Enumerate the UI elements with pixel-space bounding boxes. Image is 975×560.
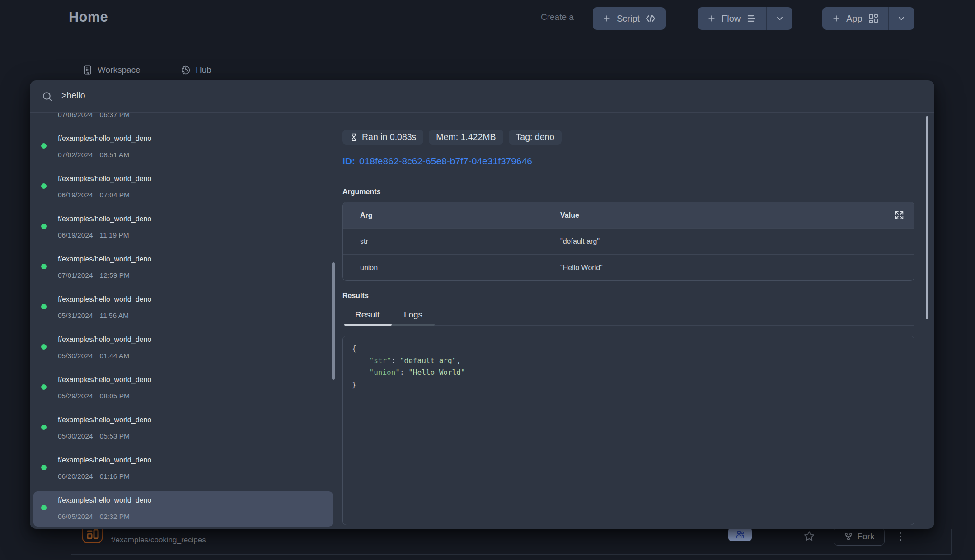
run-list-item[interactable]: f/examples/hello_world_deno05/29/202408:… [33, 371, 333, 411]
argument-row: str"default arg" [343, 228, 914, 254]
tab-workspace[interactable]: Workspace [83, 65, 141, 75]
plus-icon [707, 14, 716, 23]
run-id-value[interactable]: 018fe862-8c62-65e8-b7f7-04e31f379646 [359, 156, 532, 167]
background-table-row-border [71, 554, 951, 555]
create-script-button-main[interactable]: Script [593, 7, 666, 30]
page-title: Home [69, 9, 108, 25]
run-datetime: 05/30/202401:44 AM [58, 352, 129, 360]
success-dot-icon [41, 465, 47, 470]
details-scrollbar-thumb[interactable] [926, 116, 928, 319]
globe-icon [181, 65, 191, 75]
run-list-item[interactable]: f/examples/hello_world_deno07/02/202408:… [33, 130, 333, 170]
run-list-item[interactable]: f/examples/hello_world_deno06/19/202407:… [33, 170, 333, 210]
plus-icon [602, 14, 611, 23]
success-dot-icon [41, 264, 47, 269]
run-datetime: 05/29/202408:05 PM [58, 392, 130, 400]
tab-hub[interactable]: Hub [181, 65, 211, 75]
run-path: f/examples/hello_world_deno [58, 376, 151, 384]
command-palette-modal: >hello f/examples/hello_world_deno07/06/… [30, 80, 934, 529]
results-tabs: Result Logs [342, 310, 914, 331]
create-a-label: Create a [541, 12, 574, 22]
run-datetime: 07/01/202412:59 PM [58, 271, 130, 280]
run-datetime: 05/30/202405:53 PM [58, 432, 130, 440]
chevron-down-icon [775, 14, 784, 23]
run-list-item[interactable]: f/examples/hello_world_deno06/05/202402:… [33, 491, 333, 527]
tab-workspace-label: Workspace [98, 65, 141, 75]
run-list-item[interactable]: f/examples/hello_world_deno05/30/202401:… [33, 331, 333, 371]
background-table-right-border [951, 529, 952, 554]
memory-badge: Mem: 1.422MB [429, 130, 503, 145]
background-item-path[interactable]: f/examples/cooking_recipes [111, 536, 206, 545]
active-tab-underline [344, 324, 392, 326]
run-list-item[interactable]: f/examples/hello_world_deno05/30/202405:… [33, 411, 333, 451]
building-icon [83, 65, 93, 75]
run-path: f/examples/hello_world_deno [58, 496, 151, 504]
hourglass-icon [350, 133, 358, 141]
create-flow-dropdown-button[interactable] [766, 7, 792, 30]
run-datetime: 06/20/202401:16 PM [58, 472, 130, 481]
code-line: "str": "default arg", [352, 355, 905, 367]
dashboard-grid-icon [868, 13, 879, 24]
success-dot-icon [41, 384, 47, 390]
search-input[interactable]: >hello [61, 90, 85, 101]
create-app-dropdown-button[interactable] [888, 7, 914, 30]
code-line: { [352, 343, 905, 355]
shared-badge [728, 527, 752, 541]
results-heading: Results [342, 292, 914, 300]
success-dot-icon [41, 224, 47, 229]
run-list-item[interactable]: f/examples/hello_world_deno06/20/202401:… [33, 451, 333, 491]
fork-button[interactable]: Fork [834, 527, 885, 546]
create-script-label: Script [617, 14, 640, 24]
tab-result[interactable]: Result [344, 310, 390, 329]
run-id-label: ID: [342, 156, 355, 167]
runs-scrollbar-thumb[interactable] [332, 262, 335, 380]
plus-icon [832, 14, 841, 23]
success-dot-icon [41, 183, 47, 189]
duration-badge: Ran in 0.083s [342, 130, 423, 145]
flow-icon [746, 13, 757, 24]
argument-name: str [343, 238, 560, 246]
expand-icon[interactable] [895, 210, 904, 220]
success-dot-icon [41, 505, 47, 510]
run-id-row: ID: 018fe862-8c62-65e8-b7f7-04e31f379646 [342, 156, 914, 167]
code-line: } [352, 379, 905, 391]
run-datetime: 06/19/202407:04 PM [58, 191, 130, 199]
tab-logs[interactable]: Logs [392, 310, 435, 329]
chevron-down-icon [897, 14, 906, 23]
fork-button-label: Fork [858, 532, 875, 541]
create-flow-label: Flow [722, 14, 741, 24]
users-icon [735, 529, 745, 540]
success-dot-icon [41, 344, 47, 350]
run-list-item[interactable]: f/examples/hello_world_deno07/01/202412:… [33, 250, 333, 290]
runs-list: f/examples/hello_world_deno07/06/202406:… [30, 113, 337, 528]
create-app-label: App [846, 14, 862, 24]
create-app-button-main[interactable]: App [822, 7, 888, 30]
tag-badge: Tag: deno [509, 130, 562, 145]
run-datetime: 06/05/202402:32 PM [58, 513, 130, 521]
run-path: f/examples/hello_world_deno [58, 175, 151, 183]
run-list-item[interactable]: f/examples/hello_world_deno06/19/202411:… [33, 210, 333, 250]
create-flow-button-main[interactable]: Flow [698, 7, 766, 30]
star-icon[interactable] [803, 530, 815, 542]
result-json-viewer[interactable]: { "str": "default arg", "union": "Hello … [342, 336, 914, 525]
run-badges: Ran in 0.083s Mem: 1.422MB Tag: deno [342, 130, 914, 145]
create-flow-button[interactable]: Flow [698, 7, 792, 30]
kebab-menu-icon[interactable] [897, 531, 904, 542]
tab-hub-label: Hub [196, 65, 211, 75]
run-path: f/examples/hello_world_deno [58, 336, 151, 344]
success-dot-icon [41, 143, 47, 149]
argument-value: "Hello World" [560, 264, 603, 272]
run-details-pane: Ran in 0.083s Mem: 1.422MB Tag: deno ID:… [337, 113, 934, 528]
create-script-button[interactable]: Script [593, 7, 666, 30]
search-bar[interactable]: >hello [30, 80, 934, 113]
code-line: "union": "Hello World" [352, 367, 905, 379]
arguments-heading: Arguments [342, 188, 914, 196]
value-column-header: Value [560, 211, 579, 219]
run-datetime: 05/31/202411:56 AM [58, 312, 129, 320]
run-path: f/examples/hello_world_deno [58, 456, 151, 464]
run-list-item[interactable]: f/examples/hello_world_deno05/31/202411:… [33, 290, 333, 331]
run-list-item[interactable]: f/examples/hello_world_deno07/06/202406:… [33, 113, 333, 130]
run-datetime: 07/02/202408:51 AM [58, 151, 129, 159]
create-app-button[interactable]: App [822, 7, 914, 30]
success-dot-icon [41, 304, 47, 309]
